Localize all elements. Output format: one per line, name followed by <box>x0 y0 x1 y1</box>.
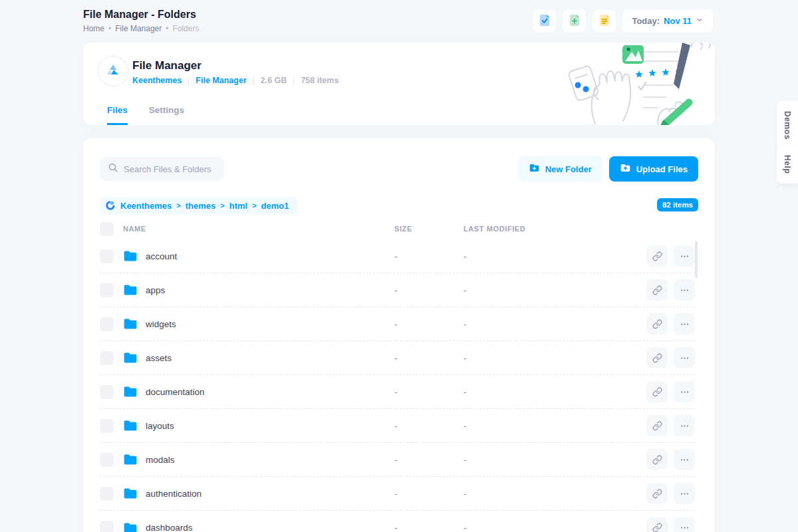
app-logo-avatar <box>98 56 128 86</box>
copy-link-button[interactable] <box>646 415 668 436</box>
file-name[interactable]: widgets <box>146 319 176 329</box>
file-name[interactable]: layouts <box>146 421 174 431</box>
ellipsis-icon <box>680 455 690 465</box>
file-name[interactable]: apps <box>146 285 165 295</box>
copy-link-button[interactable] <box>646 483 668 504</box>
file-size: - <box>394 455 464 465</box>
folder-icon <box>123 350 138 365</box>
row-checkbox[interactable] <box>100 317 114 331</box>
row-menu-button[interactable] <box>674 279 695 301</box>
path-segment-html[interactable]: html <box>229 201 247 211</box>
row-checkbox[interactable] <box>100 249 114 263</box>
search-input[interactable] <box>124 164 241 174</box>
org-link[interactable]: Keenthemes <box>132 76 182 85</box>
file-toolbar: New Folder Upload Files <box>518 156 698 182</box>
row-menu-button[interactable] <box>674 381 695 402</box>
table-row[interactable]: account - - <box>100 239 695 273</box>
table-row[interactable]: authentication - - <box>100 477 695 511</box>
file-check-button[interactable] <box>533 9 556 33</box>
tab-settings[interactable]: Settings <box>149 105 184 125</box>
file-name[interactable]: dashboards <box>146 523 193 532</box>
file-lines-button[interactable] <box>593 9 616 33</box>
total-items: 758 items <box>301 76 338 85</box>
row-menu-button[interactable] <box>674 347 695 368</box>
path-segment-keenthemes[interactable]: Keenthemes <box>120 201 172 211</box>
copy-link-button[interactable] <box>646 449 668 470</box>
copy-link-button[interactable] <box>646 381 668 402</box>
row-checkbox[interactable] <box>100 385 114 399</box>
file-name[interactable]: assets <box>146 353 172 363</box>
file-name[interactable]: authentication <box>146 489 201 499</box>
file-table-body: account - - <box>100 239 695 532</box>
table-scrollbar[interactable] <box>695 241 698 278</box>
link-icon <box>652 353 662 363</box>
table-row[interactable]: apps - - <box>100 273 695 307</box>
row-menu-button[interactable] <box>674 483 695 504</box>
select-all-checkbox[interactable] <box>100 222 114 236</box>
file-plus-button[interactable] <box>563 9 586 33</box>
file-modified: - <box>464 523 644 532</box>
breadcrumb: Home • File Manager • Folders <box>83 24 199 33</box>
row-checkbox[interactable] <box>100 521 114 532</box>
table-row[interactable]: dashboards - - <box>100 511 695 532</box>
search-box <box>100 157 224 181</box>
breadcrumb-home[interactable]: Home <box>83 24 104 33</box>
help-side-tab[interactable]: Help <box>777 145 798 184</box>
copy-link-button[interactable] <box>646 517 668 532</box>
app-link[interactable]: File Manager <box>196 76 246 85</box>
file-modified: - <box>464 489 644 499</box>
new-folder-button[interactable]: New Folder <box>518 156 602 182</box>
upload-files-button[interactable]: Upload Files <box>609 156 698 182</box>
row-menu-button[interactable] <box>674 313 695 334</box>
path-segment-themes[interactable]: themes <box>186 201 216 211</box>
row-checkbox[interactable] <box>100 283 114 297</box>
file-name[interactable]: modals <box>146 455 175 465</box>
hero-card: File Manager Keenthemes File Manager 2.6… <box>83 43 715 125</box>
link-icon <box>652 251 662 261</box>
date-picker-button[interactable]: Today: Nov 11 <box>622 9 713 33</box>
page-header: File Manager - Folders Home • File Manag… <box>0 0 798 43</box>
copy-link-button[interactable] <box>646 279 668 301</box>
row-checkbox[interactable] <box>100 419 114 433</box>
row-menu-button[interactable] <box>674 517 695 532</box>
divider <box>253 76 254 85</box>
file-size: - <box>394 319 464 329</box>
folder-upload-icon <box>620 162 631 176</box>
file-lines-icon <box>598 13 611 29</box>
copy-link-button[interactable] <box>646 313 668 334</box>
file-name[interactable]: documentation <box>146 387 205 397</box>
file-modified: - <box>464 353 644 363</box>
ellipsis-icon <box>680 387 690 397</box>
file-modified: - <box>464 421 644 431</box>
row-menu-button[interactable] <box>674 245 695 267</box>
demos-side-tab[interactable]: Demos <box>777 101 798 150</box>
row-menu-button[interactable] <box>674 449 695 470</box>
tab-files[interactable]: Files <box>107 105 128 125</box>
items-count-badge: 82 items <box>657 198 698 211</box>
breadcrumb-separator: • <box>166 24 168 33</box>
file-size: - <box>394 285 464 295</box>
table-row[interactable]: modals - - <box>100 443 695 477</box>
page-title: File Manager - Folders <box>83 9 196 21</box>
folder-icon <box>123 283 138 297</box>
table-row[interactable]: layouts - - <box>100 409 695 443</box>
copy-link-button[interactable] <box>646 245 668 267</box>
copy-link-button[interactable] <box>646 347 668 368</box>
row-checkbox[interactable] <box>100 351 114 365</box>
ellipsis-icon <box>680 251 690 261</box>
row-checkbox[interactable] <box>100 453 114 467</box>
table-row[interactable]: documentation - - <box>100 375 695 409</box>
row-checkbox[interactable] <box>100 487 114 501</box>
table-row[interactable]: assets - - <box>100 341 695 375</box>
path-segment-demo1[interactable]: demo1 <box>261 201 289 211</box>
file-size: - <box>394 387 464 397</box>
table-header: NAME SIZE LAST MODIFIED <box>100 219 695 238</box>
file-size: - <box>394 353 464 363</box>
row-menu-button[interactable] <box>674 415 695 436</box>
link-icon <box>652 489 662 499</box>
date-value: Nov 11 <box>664 16 692 26</box>
table-row[interactable]: widgets - - <box>100 307 695 341</box>
folder-icon <box>123 452 138 467</box>
breadcrumb-file-manager[interactable]: File Manager <box>115 24 162 33</box>
file-name[interactable]: account <box>146 251 177 261</box>
